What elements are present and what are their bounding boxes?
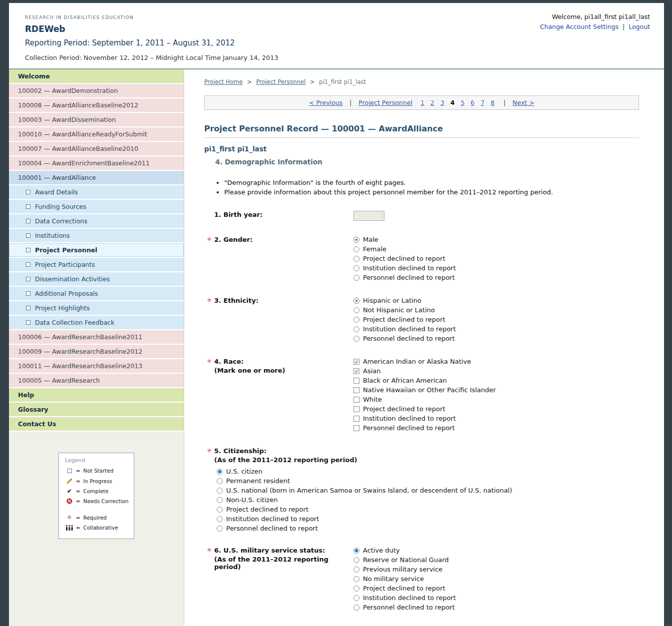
checkbox-icon[interactable] xyxy=(353,378,359,384)
checkbox-option[interactable]: Black or African American xyxy=(353,377,639,385)
checkbox-icon[interactable] xyxy=(353,359,359,365)
sidebar-item[interactable]: Institutions xyxy=(9,229,184,243)
sidebar-item[interactable]: Contact Us xyxy=(9,417,184,432)
radio-button-icon[interactable] xyxy=(353,275,359,281)
sidebar-item[interactable]: 100002 — AwardDemonstration xyxy=(9,84,184,98)
sidebar-item[interactable]: 100011 — AwardResearchBaseline2013 xyxy=(9,359,184,374)
radio-button-icon[interactable] xyxy=(353,548,359,554)
sidebar-item[interactable]: Help xyxy=(9,388,184,403)
radio-button-icon[interactable] xyxy=(217,488,223,494)
sidebar-item[interactable]: 100005 — AwardResearch xyxy=(9,374,184,388)
breadcrumb-item[interactable]: Project Home xyxy=(204,78,243,85)
birth-year-input[interactable] xyxy=(353,211,384,221)
radio-button-icon[interactable] xyxy=(353,256,359,262)
radio-option[interactable]: Institution declined to report xyxy=(353,594,639,602)
checkbox-icon[interactable] xyxy=(353,387,359,393)
radio-button-icon[interactable] xyxy=(353,298,359,304)
radio-button-icon[interactable] xyxy=(353,586,359,592)
checkbox-option[interactable]: Personnel declined to report xyxy=(353,424,639,432)
sidebar-item[interactable]: Welcome xyxy=(9,69,184,84)
sidebar-item[interactable]: Project Participants xyxy=(9,258,184,272)
radio-option[interactable]: Personnel declined to report xyxy=(353,604,639,612)
radio-option[interactable]: No military service xyxy=(353,575,639,583)
radio-button-icon[interactable] xyxy=(353,557,359,563)
radio-button-icon[interactable] xyxy=(353,336,359,342)
radio-option[interactable]: Personnel declined to report xyxy=(353,274,639,282)
pagination-item[interactable]: 2 xyxy=(430,99,434,106)
radio-button-icon[interactable] xyxy=(353,605,359,611)
pagination-item[interactable]: 6 xyxy=(471,99,475,106)
radio-button-icon[interactable] xyxy=(353,307,359,313)
sidebar-item[interactable]: Project Personnel xyxy=(9,243,184,258)
checkbox-icon[interactable] xyxy=(353,425,359,431)
radio-option[interactable]: Permanent resident xyxy=(217,477,639,485)
sidebar-item[interactable]: 100006 — AwardResearchBaseline2011 xyxy=(9,330,184,345)
radio-option[interactable]: Non-U.S. citizen xyxy=(217,496,639,504)
pagination-item[interactable]: 8 xyxy=(490,99,494,106)
radio-option[interactable]: Project declined to report xyxy=(353,585,639,593)
radio-option[interactable]: Project declined to report xyxy=(353,316,639,324)
checkbox-option[interactable]: Native Hawaiian or Other Pacific Islande… xyxy=(353,386,639,394)
radio-option[interactable]: U.S. national (born in American Samoa or… xyxy=(217,487,639,495)
radio-option[interactable]: Previous military service xyxy=(353,566,639,574)
change-account-settings-link[interactable]: Change Account Settings xyxy=(540,23,619,30)
radio-option[interactable]: Female xyxy=(353,245,639,253)
radio-option[interactable]: Hispanic or Latino xyxy=(353,297,639,305)
radio-button-icon[interactable] xyxy=(353,237,359,243)
radio-button-icon[interactable] xyxy=(353,326,359,332)
radio-button-icon[interactable] xyxy=(217,497,223,503)
radio-option[interactable]: Institution declined to report xyxy=(353,325,639,333)
sidebar-item[interactable]: Data Collection Feedback xyxy=(9,316,184,330)
checkbox-icon[interactable] xyxy=(353,368,359,374)
sidebar-item[interactable]: 100004 — AwardEnrichmentBaseline2011 xyxy=(9,156,184,171)
logout-link[interactable]: Logout xyxy=(629,23,650,30)
radio-button-icon[interactable] xyxy=(353,246,359,252)
radio-button-icon[interactable] xyxy=(217,526,223,532)
pagination-item[interactable]: 5 xyxy=(461,99,465,106)
sidebar-item[interactable]: 100001 — AwardAlliance xyxy=(9,171,184,185)
sidebar-item[interactable]: 100003 — AwardDissemination xyxy=(9,113,184,127)
sidebar-item[interactable]: Data Corrections xyxy=(9,214,184,229)
radio-button-icon[interactable] xyxy=(353,317,359,323)
radio-button-icon[interactable] xyxy=(217,507,223,513)
checkbox-icon[interactable] xyxy=(353,406,359,412)
checkbox-option[interactable]: American Indian or Alaska Native xyxy=(353,358,639,366)
radio-button-icon[interactable] xyxy=(217,516,223,522)
sidebar-item[interactable]: Glossary xyxy=(9,403,184,417)
sidebar-item[interactable]: Award Details xyxy=(9,185,184,200)
sidebar-item[interactable]: 100008 — AwardAllianceBaseline2012 xyxy=(9,98,184,113)
radio-option[interactable]: U.S. citizen xyxy=(217,468,639,476)
checkbox-option[interactable]: Institution declined to report xyxy=(353,415,639,423)
pagination-item[interactable]: Project Personnel xyxy=(358,99,412,106)
checkbox-icon[interactable] xyxy=(353,416,359,422)
sidebar-item[interactable]: Additional Proposals xyxy=(9,287,184,301)
radio-option[interactable]: Institution declined to report xyxy=(217,515,639,523)
sidebar-item[interactable]: Project Highlights xyxy=(9,301,184,316)
radio-button-icon[interactable] xyxy=(217,478,223,484)
sidebar-item[interactable]: 100009 — AwardResearchBaseline2012 xyxy=(9,345,184,359)
sidebar-item[interactable]: Dissemination Activities xyxy=(9,272,184,287)
radio-option[interactable]: Personnel declined to report xyxy=(353,335,639,343)
radio-option[interactable]: Project declined to report xyxy=(217,506,639,514)
checkbox-option[interactable]: White xyxy=(353,396,639,404)
radio-button-icon[interactable] xyxy=(353,576,359,582)
pagination-item[interactable]: 3 xyxy=(440,99,444,106)
radio-option[interactable]: Not Hispanic or Latino xyxy=(353,306,639,314)
radio-option[interactable]: Male xyxy=(353,236,639,244)
breadcrumb-item[interactable]: Project Personnel xyxy=(256,78,306,85)
checkbox-option[interactable]: Asian xyxy=(353,367,639,375)
radio-button-icon[interactable] xyxy=(353,567,359,573)
pagination-item[interactable]: 1 xyxy=(420,99,424,106)
radio-button-icon[interactable] xyxy=(353,595,359,601)
checkbox-option[interactable]: Project declined to report xyxy=(353,405,639,413)
sidebar-item[interactable]: 100010 — AwardAllianceReadyForSubmit xyxy=(9,127,184,142)
radio-button-icon[interactable] xyxy=(353,265,359,271)
radio-option[interactable]: Active duty xyxy=(353,547,639,555)
radio-option[interactable]: Project declined to report xyxy=(353,255,639,263)
radio-option[interactable]: Institution declined to report xyxy=(353,264,639,272)
radio-button-icon[interactable] xyxy=(217,469,223,475)
sidebar-item[interactable]: 100007 — AwardAllianceBaseline2010 xyxy=(9,142,184,156)
pagination-item[interactable]: 7 xyxy=(481,99,485,106)
pagination-item[interactable]: < Previous xyxy=(309,99,342,106)
checkbox-icon[interactable] xyxy=(353,397,359,403)
